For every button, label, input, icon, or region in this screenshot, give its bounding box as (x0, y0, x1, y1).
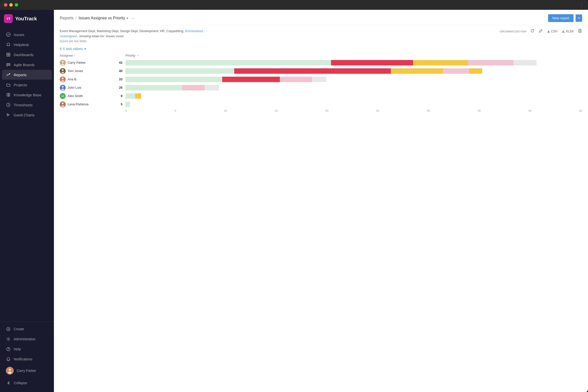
edit-icon[interactable] (538, 29, 543, 34)
report-more-menu[interactable]: ··· (131, 16, 135, 21)
maximize-button[interactable] (15, 3, 18, 6)
bar-segment[interactable] (126, 60, 262, 66)
bar-segment[interactable] (234, 68, 312, 74)
breadcrumb: Reports / Issues Assignee vs Priority ▾ … (60, 16, 135, 21)
sidebar-item-label: Issues (14, 32, 24, 37)
assignee-col-label: Assignee (60, 54, 73, 57)
close-button[interactable] (4, 3, 7, 6)
bar-segment[interactable] (312, 68, 391, 74)
bar-segment[interactable] (443, 68, 469, 74)
bar-segment[interactable] (182, 85, 204, 90)
count-value: 26 (114, 86, 126, 90)
report-title: Issues Assignee vs Priority (78, 16, 125, 20)
bars-container (126, 93, 582, 99)
minimize-button[interactable] (9, 3, 13, 6)
collapse-label: Collapse (14, 381, 27, 385)
sidebar-item-gantt[interactable]: Gantt Charts (2, 110, 52, 120)
assignee-name: John Luis (68, 86, 81, 90)
svg-rect-8 (9, 64, 10, 66)
sidebar-item-collapse[interactable]: Collapse (2, 378, 52, 388)
bar-segment[interactable] (126, 77, 222, 82)
app-layout: YT YouTrack Issues (0, 10, 588, 392)
priority-col-header: Priority ← (126, 54, 582, 57)
svg-rect-5 (8, 55, 10, 56)
svg-point-30 (61, 105, 64, 107)
svg-point-25 (62, 78, 64, 80)
assignee-avatar: AS (60, 93, 66, 99)
bar-segment[interactable] (135, 93, 141, 99)
refresh-icon[interactable] (530, 29, 534, 34)
traffic-lights (4, 3, 18, 6)
bar-segment[interactable] (413, 60, 468, 66)
report-subtitle: Issues per two fields (60, 40, 207, 43)
sidebar-item-reports[interactable]: Reports (2, 70, 52, 80)
sidebar-item-knowledge[interactable]: Knowledge Base (2, 90, 52, 100)
chevron-down-icon[interactable]: ▾ (127, 16, 128, 20)
bar-segment[interactable] (126, 85, 182, 90)
sidebar-item-agile[interactable]: Agile Boards (2, 60, 52, 70)
columns-icon (6, 62, 11, 67)
bar-segment[interactable] (126, 102, 130, 107)
axis-values-toggle[interactable]: 6 X axis values ▾ (60, 47, 86, 51)
x-axis: 051015202530354042 (126, 109, 582, 112)
bar-segment[interactable] (126, 68, 234, 74)
sidebar-item-administration[interactable]: Administration (2, 334, 52, 344)
clock-icon (6, 102, 11, 107)
assignee-name: Lena Pishkova (68, 102, 88, 106)
sidebar-item-label: Dashboards (14, 53, 34, 57)
question-icon (6, 347, 11, 352)
sidebar-item-create[interactable]: Create (2, 324, 52, 334)
bar-segment[interactable] (514, 60, 536, 66)
download-csv-button[interactable]: CSV (547, 30, 558, 33)
bar-segment[interactable] (331, 60, 413, 66)
svg-rect-2 (6, 53, 8, 54)
breadcrumb-reports-link[interactable]: Reports (60, 16, 74, 20)
download-xlsx-button[interactable]: XLSX (562, 30, 574, 33)
svg-point-26 (61, 80, 64, 82)
svg-rect-10 (6, 114, 8, 114)
sidebar-item-user[interactable]: Carry Parker (2, 364, 52, 377)
sidebar-item-helpdesk[interactable]: Helpdesk (2, 40, 52, 50)
x-axis-tick: 35 (478, 109, 481, 112)
bar-segment[interactable] (468, 60, 514, 66)
logo-abbr: YT (6, 17, 10, 20)
svg-rect-3 (8, 53, 10, 54)
bar-segment[interactable] (262, 60, 331, 66)
table-row: Ana B.33 (60, 76, 582, 83)
assignee-sort-arrow[interactable]: ↑ (74, 54, 76, 57)
table-row: John Luis26 (60, 84, 582, 91)
new-report-button[interactable]: New report (548, 14, 574, 22)
titlebar-menu[interactable]: ⋮ (579, 2, 584, 8)
chart-container: Assignee ↑ Priority ← Carry Parker42Tom … (60, 54, 582, 112)
bar-segment[interactable] (312, 77, 326, 82)
assignee-info: John Luis (60, 85, 114, 91)
svg-point-18 (8, 372, 12, 374)
main-header: Reports / Issues Assignee vs Priority ▾ … (54, 10, 588, 25)
bar-segment[interactable] (222, 77, 280, 82)
sidebar-item-help[interactable]: Help (2, 344, 52, 354)
assignee-avatar (60, 68, 66, 74)
sidebar-item-notifications[interactable]: Notifications (2, 354, 52, 364)
x-axis-tick: 25 (376, 109, 379, 112)
new-report-dropdown-button[interactable]: ▾ (576, 14, 582, 22)
count-value: 33 (114, 78, 126, 81)
axis-values-label: 6 X axis values (60, 47, 83, 51)
bars-container (126, 60, 582, 66)
table-row: ASAlex Smith9 (60, 92, 582, 100)
xlsx-label: XLSX (566, 30, 574, 33)
sidebar-item-issues[interactable]: Issues (2, 30, 52, 40)
print-icon[interactable] (578, 29, 582, 34)
table-row: Lena Pishkova5 (60, 101, 582, 108)
breadcrumb-current: Issues Assignee vs Priority ▾ (78, 16, 128, 20)
bar-segment[interactable] (126, 93, 135, 99)
assignee-avatar (60, 76, 66, 82)
sidebar-item-dashboards[interactable]: Dashboards (2, 50, 52, 60)
bar-segment[interactable] (391, 68, 443, 74)
bar-segment[interactable] (469, 68, 482, 74)
bar-segment[interactable] (280, 77, 312, 82)
bar-segment[interactable] (204, 85, 219, 90)
svg-point-15 (6, 348, 10, 351)
logo-area[interactable]: YT YouTrack (0, 10, 54, 28)
sidebar-item-timesheets[interactable]: Timesheets (2, 100, 52, 110)
sidebar-item-projects[interactable]: Projects (2, 80, 52, 90)
